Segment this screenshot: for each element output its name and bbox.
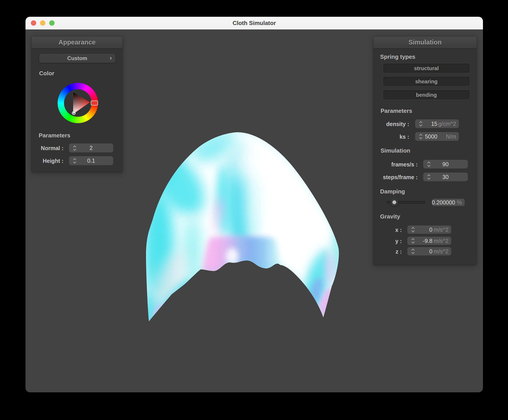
damping-value: 0.200000 [432, 199, 455, 206]
hue-marker[interactable] [91, 101, 98, 105]
normal-stepper[interactable]: 2 [69, 144, 113, 152]
stepper-arrows-icon[interactable] [411, 226, 415, 234]
gravity-z-unit: m/s^2 [433, 248, 448, 255]
stepper-arrows-icon[interactable] [411, 247, 415, 255]
desktop-background: Cloth Simulator Appearance Custom › Colo… [0, 0, 508, 420]
steps-value: 30 [431, 173, 460, 181]
preset-dropdown-button[interactable]: Custom › [39, 54, 116, 63]
stepper-arrows-icon[interactable] [426, 160, 431, 168]
stepper-arrows-icon[interactable] [72, 144, 77, 152]
gravity-x-value: 0 [429, 226, 433, 233]
damping-slider-thumb[interactable] [390, 198, 398, 206]
stepper-arrows-icon[interactable] [72, 156, 77, 165]
gravity-label: Gravity [380, 213, 400, 220]
height-label: Height : [36, 158, 63, 164]
steps-stepper[interactable]: 30 [423, 173, 468, 181]
frames-label: frames/s : [374, 161, 418, 168]
density-value: 15 [431, 121, 437, 127]
frames-stepper[interactable]: 90 [423, 160, 468, 168]
gravity-x-stepper[interactable]: 0 m/s^2 [407, 226, 451, 234]
title-bar[interactable]: Cloth Simulator [25, 17, 483, 29]
density-stepper[interactable]: 15 g/cm^2 [415, 120, 459, 128]
close-button[interactable] [31, 20, 36, 26]
stepper-arrows-icon[interactable] [426, 173, 431, 181]
gravity-y-value: -9.8 [423, 238, 433, 244]
spring-shearing-button[interactable]: shearing [383, 76, 470, 87]
steps-label: steps/frame : [374, 174, 418, 181]
height-value: 0.1 [77, 156, 105, 165]
stepper-arrows-icon[interactable] [418, 132, 423, 141]
appearance-panel: Appearance Custom › Color [31, 36, 123, 172]
spring-structural-button[interactable]: structural [383, 63, 470, 73]
height-stepper[interactable]: 0.1 [69, 156, 113, 165]
stepper-arrows-icon[interactable] [418, 120, 423, 128]
app-window: Cloth Simulator Appearance Custom › Colo… [25, 17, 483, 392]
ks-unit: N/m [437, 133, 456, 140]
gravity-z-stepper[interactable]: 0 m/s^2 [407, 247, 451, 255]
sv-selector[interactable] [72, 111, 75, 115]
simulation-panel-title: Simulation [409, 39, 441, 46]
zoom-button[interactable] [49, 20, 55, 26]
damping-label: Damping [380, 188, 405, 195]
normal-label: Normal : [36, 145, 63, 152]
gravity-y-label: y : [374, 238, 402, 244]
cloth-drape [139, 126, 349, 335]
density-unit: g/cm^2 [437, 121, 456, 127]
density-label: density : [374, 121, 409, 127]
frames-value: 90 [431, 160, 460, 168]
spring-shearing-label: shearing [415, 78, 438, 85]
sv-triangle-shade [73, 92, 90, 114]
appearance-panel-header[interactable]: Appearance [31, 36, 123, 49]
color-section-label: Color [39, 70, 54, 77]
spring-bending-button[interactable]: bending [383, 90, 470, 100]
normal-value: 2 [77, 144, 105, 152]
gravity-y-stepper[interactable]: -9.8 m/s^2 [407, 237, 451, 245]
saturation-value-triangle[interactable] [57, 82, 99, 124]
sim-settings-label: Simulation [381, 147, 410, 154]
ks-label: ks : [374, 134, 409, 140]
spring-bending-label: bending [416, 92, 437, 98]
gravity-z-value: 0 [429, 248, 433, 255]
stepper-arrows-icon[interactable] [411, 237, 415, 245]
window-title: Cloth Simulator [232, 20, 276, 27]
spring-structural-label: structural [414, 65, 439, 72]
sim-parameters-label: Parameters [381, 108, 412, 114]
simulation-panel: Simulation Spring types structural shear… [374, 36, 477, 265]
cloth-render-viewport[interactable] [139, 126, 349, 335]
gravity-x-unit: m/s^2 [433, 226, 448, 233]
appearance-panel-title: Appearance [58, 39, 96, 46]
spring-types-label: Spring types [380, 53, 415, 60]
gravity-x-label: x : [374, 227, 402, 233]
color-wheel [57, 82, 99, 124]
ks-value: 5000 [425, 133, 437, 140]
ks-stepper[interactable]: 5000 N/m [415, 132, 459, 141]
gravity-y-unit: m/s^2 [433, 238, 448, 244]
chevron-right-icon: › [110, 54, 112, 61]
simulation-panel-header[interactable]: Simulation [374, 36, 477, 49]
minimize-button[interactable] [40, 20, 45, 26]
gravity-z-label: z : [374, 248, 402, 255]
damping-unit: % [457, 199, 462, 206]
appearance-parameters-label: Parameters [39, 132, 70, 139]
damping-value-field[interactable]: 0.200000 % [432, 199, 465, 206]
preset-dropdown-label: Custom [67, 55, 87, 61]
